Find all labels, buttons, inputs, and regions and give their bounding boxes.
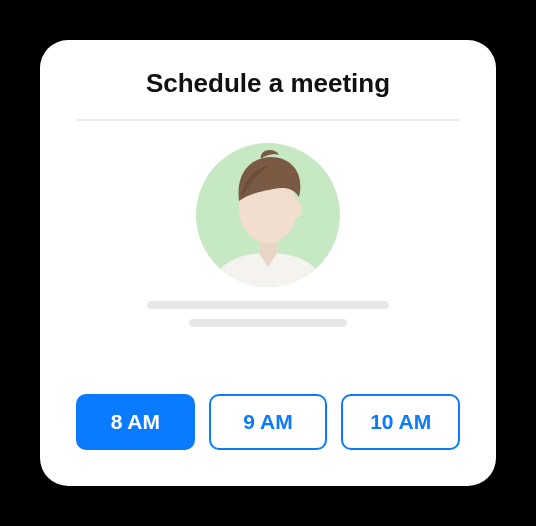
time-slot-10am[interactable]: 10 AM: [341, 394, 460, 450]
placeholder-line: [189, 319, 347, 327]
placeholder-line: [147, 301, 389, 309]
svg-point-4: [290, 200, 302, 218]
time-slot-group: 8 AM 9 AM 10 AM: [76, 394, 460, 450]
placeholder-text: [76, 301, 460, 353]
time-slot-8am[interactable]: 8 AM: [76, 394, 195, 450]
card-title: Schedule a meeting: [76, 68, 460, 119]
time-slot-9am[interactable]: 9 AM: [209, 394, 328, 450]
avatar: [189, 139, 347, 287]
avatar-area: [76, 121, 460, 301]
schedule-meeting-card: Schedule a meeting: [40, 40, 496, 486]
